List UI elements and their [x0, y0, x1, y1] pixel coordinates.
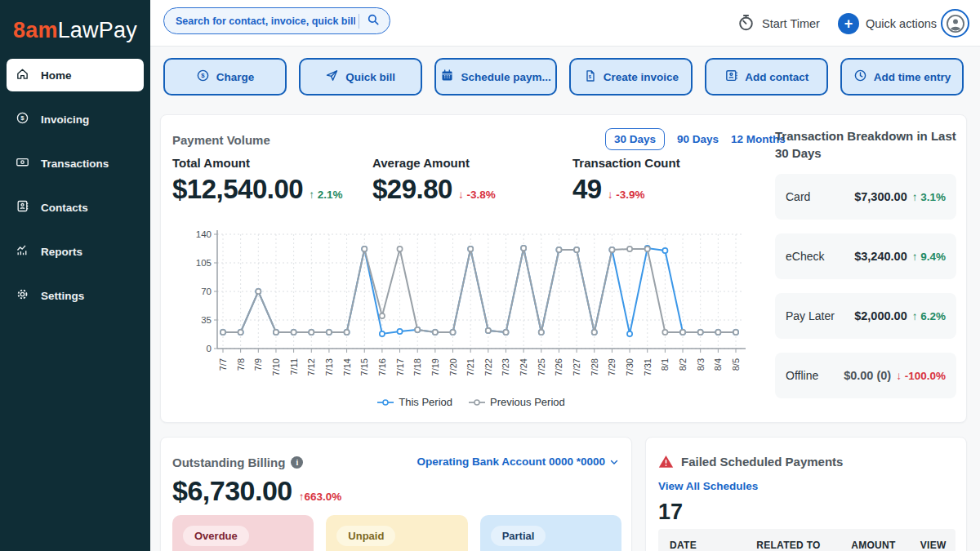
- svg-text:7/13: 7/13: [324, 358, 334, 375]
- svg-text:7/9: 7/9: [253, 358, 263, 371]
- global-search[interactable]: [163, 7, 390, 34]
- outstanding-billing-card: Outstanding Billing i Operating Bank Acc…: [160, 437, 632, 551]
- legend-label: This Period: [399, 396, 452, 408]
- stat-transaction-count: Transaction Count 49 ↓ -3.9%: [572, 156, 680, 205]
- partial-chip[interactable]: Partial: [480, 515, 621, 551]
- logo-lawpay: LawPay: [58, 18, 137, 42]
- stat-delta: ↑ 2.1%: [309, 189, 342, 201]
- svg-text:7/27: 7/27: [572, 358, 581, 375]
- range-30-days[interactable]: 30 Days: [605, 128, 665, 150]
- quick-buttons-row: $ Charge Quick bill Schedule paym... $ C…: [163, 58, 964, 96]
- add-time-entry-button[interactable]: Add time entry: [840, 58, 964, 96]
- breakdown-label: eCheck: [786, 250, 824, 263]
- svg-text:7/25: 7/25: [537, 358, 546, 375]
- sidebar-item-settings[interactable]: Settings: [7, 279, 144, 312]
- payment-volume-chart: 035701051407/77/87/97/107/117/127/137/14…: [190, 226, 752, 391]
- overdue-chip[interactable]: Overdue: [172, 515, 314, 551]
- svg-text:0: 0: [207, 344, 212, 353]
- gear-icon: [16, 287, 29, 304]
- create-invoice-button[interactable]: $ Create invoice: [569, 58, 693, 96]
- sidebar-item-contacts[interactable]: Contacts: [7, 191, 144, 224]
- button-label: Add contact: [745, 71, 808, 83]
- svg-text:7/26: 7/26: [554, 358, 564, 375]
- column-amount: AMOUNT: [851, 540, 920, 551]
- start-timer-button[interactable]: Start Timer: [737, 0, 820, 47]
- banknote-icon: [16, 155, 29, 171]
- svg-text:140: 140: [196, 229, 212, 239]
- sidebar-item-transactions[interactable]: Transactions: [7, 147, 144, 180]
- clock-icon: [853, 69, 867, 85]
- chevron-down-icon: [608, 456, 620, 468]
- view-all-schedules-link[interactable]: View All Schedules: [658, 480, 758, 492]
- person-icon: [945, 13, 966, 34]
- stat-label: Average Amount: [372, 156, 496, 170]
- button-label: Add time entry: [874, 71, 951, 83]
- breakdown-delta: ↑ 3.1%: [912, 191, 946, 203]
- billing-status-chips: Overdue Unpaid Partial: [172, 515, 621, 551]
- dollar-circle-icon: $: [16, 111, 29, 127]
- sidebar: 8amLawPay Home $ Invoicing Transactions …: [0, 0, 150, 551]
- payment-volume-card: Payment Volume 30 Days 90 Days 12 Months…: [160, 114, 967, 423]
- svg-text:7/22: 7/22: [483, 358, 493, 375]
- stat-value: $12,540.00: [172, 174, 303, 205]
- add-contact-button[interactable]: Add contact: [705, 58, 828, 96]
- bank-account-selector[interactable]: Operating Bank Account 0000 *0000: [416, 455, 620, 468]
- unpaid-chip[interactable]: Unpaid: [326, 515, 467, 551]
- sidebar-item-label: Settings: [41, 290, 84, 302]
- svg-text:7/29: 7/29: [607, 358, 617, 375]
- breakdown-label: Card: [786, 190, 810, 203]
- sidebar-item-reports[interactable]: Reports: [7, 235, 144, 268]
- search-input[interactable]: [176, 16, 355, 27]
- svg-text:7/15: 7/15: [359, 358, 369, 375]
- breakdown-row-pay-later: Pay Later $2,000.00 ↑ 6.2%: [775, 293, 956, 339]
- stat-value: 49: [572, 174, 602, 205]
- svg-text:8/4: 8/4: [713, 358, 723, 371]
- title-text: Outstanding Billing: [172, 455, 285, 469]
- contacts-icon: [16, 199, 29, 216]
- stopwatch-icon: [737, 13, 755, 34]
- sidebar-item-label: Transactions: [41, 158, 109, 170]
- logo-8am: 8am: [13, 18, 58, 42]
- sidebar-item-invoicing[interactable]: $ Invoicing: [7, 103, 144, 136]
- outstanding-delta: ↑663.0%: [299, 491, 342, 503]
- legend-this-period[interactable]: This Period: [377, 396, 452, 408]
- button-label: Quick bill: [345, 71, 395, 83]
- svg-text:7/11: 7/11: [289, 358, 299, 375]
- svg-text:7/21: 7/21: [466, 358, 475, 375]
- outstanding-billing-title: Outstanding Billing i: [172, 455, 303, 469]
- legend-previous-period[interactable]: Previous Period: [469, 396, 565, 408]
- svg-text:7/17: 7/17: [395, 358, 405, 375]
- stat-delta: ↓ -3.9%: [608, 189, 645, 201]
- range-90-days[interactable]: 90 Days: [677, 133, 719, 145]
- button-label: Charge: [216, 71, 255, 83]
- invoice-icon: $: [584, 69, 597, 85]
- stat-average-amount: Average Amount $29.80 ↓ -3.8%: [372, 156, 496, 205]
- svg-text:7/28: 7/28: [590, 358, 599, 375]
- svg-text:7/23: 7/23: [501, 358, 510, 375]
- sidebar-item-home[interactable]: Home: [7, 59, 144, 91]
- svg-text:$: $: [20, 114, 24, 122]
- column-related-to: RELATED TO: [756, 540, 851, 551]
- info-icon[interactable]: i: [291, 456, 303, 469]
- failed-table-header: DATE RELATED TO AMOUNT VIEW: [658, 529, 956, 551]
- sidebar-item-label: Contacts: [41, 202, 88, 214]
- sidebar-item-label: Reports: [41, 246, 82, 258]
- user-avatar[interactable]: [941, 9, 969, 38]
- account-label: Operating Bank Account 0000 *0000: [416, 455, 605, 468]
- svg-text:105: 105: [196, 258, 212, 268]
- sidebar-nav: Home $ Invoicing Transactions Contacts R…: [7, 59, 144, 323]
- outstanding-value: $6,730.00: [172, 475, 292, 507]
- charge-button[interactable]: $ Charge: [163, 58, 287, 96]
- svg-text:7/30: 7/30: [625, 358, 635, 375]
- breakdown-amount: $0.00 (0): [844, 369, 891, 382]
- quick-actions-button[interactable]: + Quick actions: [838, 0, 937, 47]
- quick-bill-button[interactable]: Quick bill: [299, 58, 422, 96]
- schedule-payment-button[interactable]: Schedule paym...: [434, 58, 558, 96]
- svg-text:8/2: 8/2: [678, 358, 688, 371]
- svg-text:7/20: 7/20: [448, 358, 458, 375]
- warning-icon: [658, 454, 674, 469]
- search-icon[interactable]: [366, 12, 381, 30]
- transaction-breakdown-panel: Transaction Breakdown in Last 30 Days Ca…: [775, 115, 956, 422]
- svg-text:70: 70: [201, 287, 212, 296]
- payment-volume-title: Payment Volume: [172, 133, 270, 147]
